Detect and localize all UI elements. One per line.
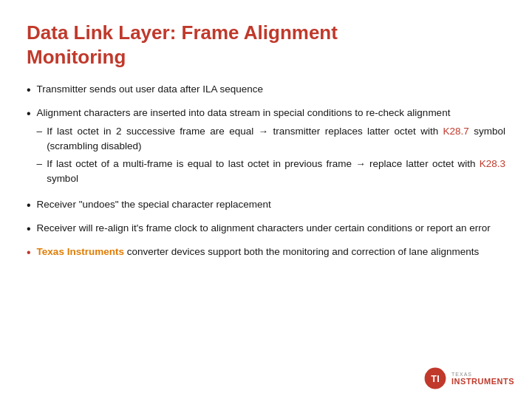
ti-small-label: Texas	[451, 372, 472, 377]
slide: Data Link Layer: Frame AlignmentMonitori…	[0, 0, 532, 399]
content-area: • Transmitter sends out user data after …	[27, 82, 505, 262]
sub-bullet-2: – If last octet of a multi-frame is equa…	[37, 157, 505, 187]
svg-text:TI: TI	[431, 373, 439, 384]
bullet-1: • Transmitter sends out user data after …	[27, 82, 505, 98]
ti-logo: TI Texas Instruments	[423, 366, 514, 390]
ti-logo-icon: TI	[423, 366, 447, 390]
sub-bullet-1: – If last octet in 2 successive frame ar…	[37, 124, 505, 154]
bullet-text-3: Receiver "undoes" the special character …	[37, 197, 505, 212]
sub-dash-1: –	[37, 124, 43, 139]
ti-brand-text: Texas Instruments	[37, 246, 124, 257]
k28-3-highlight: K28.3	[480, 158, 505, 169]
bullet-text-1: Transmitter sends out user data after IL…	[37, 82, 505, 97]
bullet-text-5: Texas Instruments converter devices supp…	[37, 245, 505, 259]
bullet-4: • Receiver will re-align it's frame cloc…	[27, 221, 505, 237]
bullet-dot-3: •	[27, 197, 31, 214]
sub-text-1: If last octet in 2 successive frame are …	[47, 124, 505, 154]
ti-brand-label: Instruments	[451, 377, 514, 386]
bullet-text-2: Alignment characters are inserted into d…	[37, 106, 505, 189]
bullet-text-4: Receiver will re-align it's frame clock …	[37, 221, 505, 236]
bullet-dot-4: •	[27, 221, 31, 237]
sub-text-2: If last octet of a multi-frame is equal …	[47, 157, 505, 187]
bullet-dot-2: •	[27, 106, 31, 122]
k28-7-highlight: K28.7	[443, 126, 469, 137]
bullet-dot-5: •	[27, 245, 31, 261]
bullet-dot-1: •	[27, 82, 31, 98]
sub-bullets-2: – If last octet in 2 successive frame ar…	[37, 124, 505, 187]
bullet-3: • Receiver "undoes" the special characte…	[27, 197, 505, 214]
slide-title: Data Link Layer: Frame AlignmentMonitori…	[27, 21, 505, 69]
ti-logo-text-area: Texas Instruments	[451, 372, 514, 386]
bullet-2: • Alignment characters are inserted into…	[27, 106, 505, 189]
bullet-5: • Texas Instruments converter devices su…	[27, 245, 505, 261]
sub-dash-2: –	[37, 157, 43, 171]
